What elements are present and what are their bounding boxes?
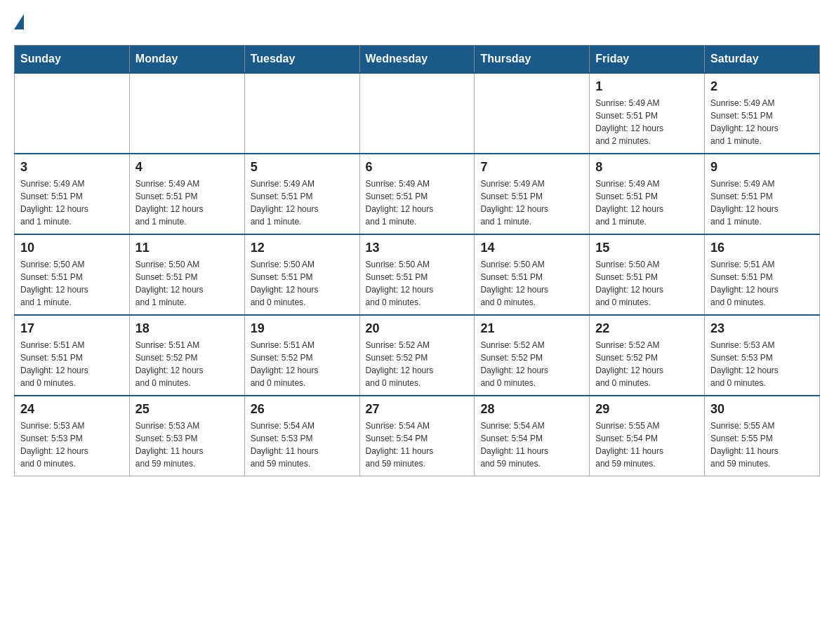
day-number: 21 xyxy=(480,321,583,336)
calendar-cell: 20Sunrise: 5:52 AM Sunset: 5:52 PM Dayli… xyxy=(359,315,475,396)
day-info: Sunrise: 5:49 AM Sunset: 5:51 PM Dayligh… xyxy=(710,177,814,228)
calendar-cell: 11Sunrise: 5:50 AM Sunset: 5:51 PM Dayli… xyxy=(129,234,244,315)
day-info: Sunrise: 5:49 AM Sunset: 5:51 PM Dayligh… xyxy=(480,177,583,228)
day-info: Sunrise: 5:55 AM Sunset: 5:55 PM Dayligh… xyxy=(710,420,814,470)
calendar-cell: 5Sunrise: 5:49 AM Sunset: 5:51 PM Daylig… xyxy=(244,154,359,234)
day-number: 2 xyxy=(710,79,814,94)
day-info: Sunrise: 5:50 AM Sunset: 5:51 PM Dayligh… xyxy=(366,258,469,309)
calendar-cell: 2Sunrise: 5:49 AM Sunset: 5:51 PM Daylig… xyxy=(705,73,820,154)
day-number: 24 xyxy=(20,402,124,417)
calendar-header-row: SundayMondayTuesdayWednesdayThursdayFrid… xyxy=(15,46,820,74)
day-number: 9 xyxy=(710,160,814,175)
day-info: Sunrise: 5:53 AM Sunset: 5:53 PM Dayligh… xyxy=(20,420,124,470)
day-info: Sunrise: 5:49 AM Sunset: 5:51 PM Dayligh… xyxy=(366,177,469,228)
day-number: 18 xyxy=(135,321,239,336)
day-info: Sunrise: 5:54 AM Sunset: 5:53 PM Dayligh… xyxy=(251,420,354,470)
day-info: Sunrise: 5:50 AM Sunset: 5:51 PM Dayligh… xyxy=(480,258,583,309)
calendar-cell: 23Sunrise: 5:53 AM Sunset: 5:53 PM Dayli… xyxy=(705,315,820,396)
day-number: 28 xyxy=(480,402,583,417)
logo xyxy=(14,14,24,31)
calendar-cell xyxy=(475,73,590,154)
calendar-cell: 29Sunrise: 5:55 AM Sunset: 5:54 PM Dayli… xyxy=(590,396,705,476)
calendar-table: SundayMondayTuesdayWednesdayThursdayFrid… xyxy=(14,45,820,476)
day-number: 19 xyxy=(251,321,354,336)
calendar-cell: 17Sunrise: 5:51 AM Sunset: 5:51 PM Dayli… xyxy=(15,315,130,396)
day-number: 12 xyxy=(251,241,354,255)
day-number: 20 xyxy=(366,321,469,336)
day-info: Sunrise: 5:53 AM Sunset: 5:53 PM Dayligh… xyxy=(135,420,239,470)
weekday-header-friday: Friday xyxy=(590,46,705,74)
day-info: Sunrise: 5:54 AM Sunset: 5:54 PM Dayligh… xyxy=(480,420,583,470)
calendar-cell: 10Sunrise: 5:50 AM Sunset: 5:51 PM Dayli… xyxy=(15,234,130,315)
day-number: 8 xyxy=(595,160,699,175)
calendar-cell xyxy=(244,73,359,154)
day-number: 7 xyxy=(480,160,583,175)
calendar-cell xyxy=(15,73,130,154)
calendar-cell: 1Sunrise: 5:49 AM Sunset: 5:51 PM Daylig… xyxy=(590,73,705,154)
calendar-cell: 8Sunrise: 5:49 AM Sunset: 5:51 PM Daylig… xyxy=(590,154,705,234)
day-number: 16 xyxy=(710,241,814,255)
day-number: 1 xyxy=(595,79,699,94)
day-number: 3 xyxy=(20,160,124,175)
day-number: 26 xyxy=(251,402,354,417)
day-info: Sunrise: 5:50 AM Sunset: 5:51 PM Dayligh… xyxy=(135,258,239,309)
day-info: Sunrise: 5:52 AM Sunset: 5:52 PM Dayligh… xyxy=(480,339,583,389)
day-info: Sunrise: 5:55 AM Sunset: 5:54 PM Dayligh… xyxy=(595,420,699,470)
day-number: 27 xyxy=(366,402,469,417)
day-info: Sunrise: 5:50 AM Sunset: 5:51 PM Dayligh… xyxy=(595,258,699,309)
day-info: Sunrise: 5:51 AM Sunset: 5:51 PM Dayligh… xyxy=(20,339,124,389)
week-row-2: 3Sunrise: 5:49 AM Sunset: 5:51 PM Daylig… xyxy=(15,154,820,234)
day-info: Sunrise: 5:49 AM Sunset: 5:51 PM Dayligh… xyxy=(710,97,814,147)
weekday-header-tuesday: Tuesday xyxy=(244,46,359,74)
logo-triangle-icon xyxy=(14,14,24,29)
weekday-header-wednesday: Wednesday xyxy=(359,46,475,74)
day-number: 15 xyxy=(595,241,699,255)
calendar-cell: 22Sunrise: 5:52 AM Sunset: 5:52 PM Dayli… xyxy=(590,315,705,396)
page-header xyxy=(14,14,820,31)
calendar-cell: 19Sunrise: 5:51 AM Sunset: 5:52 PM Dayli… xyxy=(244,315,359,396)
week-row-3: 10Sunrise: 5:50 AM Sunset: 5:51 PM Dayli… xyxy=(15,234,820,315)
calendar-cell: 21Sunrise: 5:52 AM Sunset: 5:52 PM Dayli… xyxy=(475,315,590,396)
day-info: Sunrise: 5:54 AM Sunset: 5:54 PM Dayligh… xyxy=(366,420,469,470)
day-number: 30 xyxy=(710,402,814,417)
day-info: Sunrise: 5:49 AM Sunset: 5:51 PM Dayligh… xyxy=(595,97,699,147)
day-info: Sunrise: 5:51 AM Sunset: 5:52 PM Dayligh… xyxy=(251,339,354,389)
calendar-cell: 27Sunrise: 5:54 AM Sunset: 5:54 PM Dayli… xyxy=(359,396,475,476)
day-number: 14 xyxy=(480,241,583,255)
day-info: Sunrise: 5:52 AM Sunset: 5:52 PM Dayligh… xyxy=(366,339,469,389)
calendar-cell: 26Sunrise: 5:54 AM Sunset: 5:53 PM Dayli… xyxy=(244,396,359,476)
calendar-cell: 24Sunrise: 5:53 AM Sunset: 5:53 PM Dayli… xyxy=(15,396,130,476)
calendar-cell xyxy=(129,73,244,154)
day-info: Sunrise: 5:49 AM Sunset: 5:51 PM Dayligh… xyxy=(595,177,699,228)
weekday-header-monday: Monday xyxy=(129,46,244,74)
day-info: Sunrise: 5:50 AM Sunset: 5:51 PM Dayligh… xyxy=(20,258,124,309)
calendar-cell: 18Sunrise: 5:51 AM Sunset: 5:52 PM Dayli… xyxy=(129,315,244,396)
calendar-cell: 30Sunrise: 5:55 AM Sunset: 5:55 PM Dayli… xyxy=(705,396,820,476)
calendar-cell: 25Sunrise: 5:53 AM Sunset: 5:53 PM Dayli… xyxy=(129,396,244,476)
day-info: Sunrise: 5:53 AM Sunset: 5:53 PM Dayligh… xyxy=(710,339,814,389)
calendar-cell xyxy=(359,73,475,154)
calendar-cell: 14Sunrise: 5:50 AM Sunset: 5:51 PM Dayli… xyxy=(475,234,590,315)
day-info: Sunrise: 5:51 AM Sunset: 5:52 PM Dayligh… xyxy=(135,339,239,389)
day-number: 10 xyxy=(20,241,124,255)
calendar-cell: 7Sunrise: 5:49 AM Sunset: 5:51 PM Daylig… xyxy=(475,154,590,234)
day-info: Sunrise: 5:52 AM Sunset: 5:52 PM Dayligh… xyxy=(595,339,699,389)
day-number: 23 xyxy=(710,321,814,336)
day-number: 22 xyxy=(595,321,699,336)
day-info: Sunrise: 5:49 AM Sunset: 5:51 PM Dayligh… xyxy=(135,177,239,228)
calendar-cell: 12Sunrise: 5:50 AM Sunset: 5:51 PM Dayli… xyxy=(244,234,359,315)
calendar-cell: 16Sunrise: 5:51 AM Sunset: 5:51 PM Dayli… xyxy=(705,234,820,315)
day-number: 25 xyxy=(135,402,239,417)
week-row-4: 17Sunrise: 5:51 AM Sunset: 5:51 PM Dayli… xyxy=(15,315,820,396)
calendar-cell: 9Sunrise: 5:49 AM Sunset: 5:51 PM Daylig… xyxy=(705,154,820,234)
day-number: 4 xyxy=(135,160,239,175)
day-number: 13 xyxy=(366,241,469,255)
weekday-header-saturday: Saturday xyxy=(705,46,820,74)
day-info: Sunrise: 5:51 AM Sunset: 5:51 PM Dayligh… xyxy=(710,258,814,309)
calendar-cell: 28Sunrise: 5:54 AM Sunset: 5:54 PM Dayli… xyxy=(475,396,590,476)
weekday-header-sunday: Sunday xyxy=(15,46,130,74)
weekday-header-thursday: Thursday xyxy=(475,46,590,74)
calendar-cell: 13Sunrise: 5:50 AM Sunset: 5:51 PM Dayli… xyxy=(359,234,475,315)
week-row-1: 1Sunrise: 5:49 AM Sunset: 5:51 PM Daylig… xyxy=(15,73,820,154)
day-info: Sunrise: 5:49 AM Sunset: 5:51 PM Dayligh… xyxy=(251,177,354,228)
